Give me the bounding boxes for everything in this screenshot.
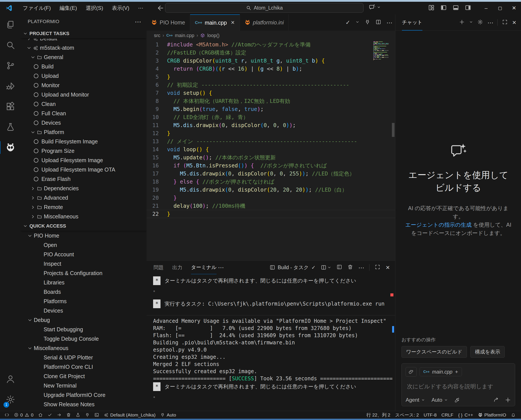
generate-agent-instructions-link[interactable]: エージェントの指示の生成	[405, 222, 472, 228]
toggle-primary-sidebar-button[interactable]	[440, 4, 447, 12]
tab-main-cpp[interactable]: C++main.cpp✕	[190, 14, 240, 30]
chat-action-close[interactable]: ✕	[512, 20, 518, 25]
tree-item-pio-account[interactable]: PIO Account	[21, 250, 146, 259]
status-pio-clean[interactable]	[64, 411, 73, 419]
editor-action-split-editor[interactable]	[375, 19, 381, 26]
tree-item-debug[interactable]: Debug	[21, 315, 146, 325]
tree-item-m5stack-atom[interactable]: m5stack-atom	[21, 43, 146, 52]
activity-item-settings-gear[interactable]: 1	[0, 389, 21, 410]
status-notifications[interactable]	[509, 411, 518, 419]
command-center-search[interactable]: Atom_Lchika	[165, 3, 364, 13]
tree-item-serial-udp-plotter[interactable]: Serial & UDP Plotter	[21, 353, 146, 362]
add-icon[interactable]	[505, 397, 511, 403]
panel-action-kebab[interactable]: ⋯	[358, 264, 364, 271]
tree-item-devices[interactable]: Devices	[21, 306, 146, 315]
chat-action-chevron-down-sm[interactable]	[469, 20, 473, 25]
menu-item[interactable]: ファイル(F)	[18, 4, 55, 12]
copilot-menu[interactable]	[369, 4, 381, 10]
tree-item-clone-git-project[interactable]: Clone Git Project	[21, 372, 146, 381]
terminal-output[interactable]: *ターミナルはタスクで再利用されます、閉じるには任意のキーを押してください。*実…	[146, 274, 395, 411]
tree-item-new-terminal[interactable]: New Terminal	[21, 381, 146, 390]
nav-back-icon[interactable]	[156, 4, 164, 12]
tree-item-libraries[interactable]: Libraries	[21, 278, 146, 287]
tree-item-projects-configuration[interactable]: Projects & Configuration	[21, 269, 146, 278]
menu-item[interactable]: 編集(E)	[55, 4, 81, 12]
status-pio-home[interactable]	[36, 411, 45, 419]
status-platformio-status[interactable]: PlatformIO	[476, 411, 509, 419]
panel-action-trash[interactable]	[347, 264, 353, 271]
tree-item-devices[interactable]: Devices	[21, 118, 146, 128]
status-pio-serial-monitor[interactable]	[83, 411, 92, 419]
run-check-icon[interactable]: ✓	[345, 19, 350, 26]
toggle-panel-button[interactable]	[452, 4, 459, 12]
status-encoding[interactable]: UTF-8	[421, 411, 439, 419]
chat-mode-picker[interactable]: Agent	[406, 397, 425, 403]
status-indentation[interactable]: スペース: 2	[393, 411, 421, 419]
tree-item-platformio-core-cli[interactable]: PlatformIO Core CLI	[21, 362, 146, 372]
panel-action-split-chevron[interactable]	[321, 265, 331, 270]
tree-item-build[interactable]: Build	[21, 62, 146, 71]
customize-layout-button[interactable]	[428, 4, 435, 12]
menu-item[interactable]: ⋯	[134, 4, 148, 12]
tree-item-dependencies[interactable]: Dependencies	[21, 184, 146, 193]
tab-platformio-ini[interactable]: platformio.ini	[240, 14, 289, 30]
tree-item-toggle-debug-console[interactable]: Toggle Debug Console	[21, 334, 146, 344]
activity-item-search[interactable]	[0, 35, 21, 55]
send-arrow-icon[interactable]	[493, 397, 499, 403]
sidebar-more-actions-icon[interactable]: ⋯	[135, 18, 141, 25]
activity-item-platformio[interactable]	[0, 137, 21, 158]
minimize-button[interactable]: –	[479, 2, 493, 14]
tree-item-program-size[interactable]: Program Size	[21, 146, 146, 156]
tree-item-upload-filesystem-image-ota[interactable]: Upload Filesystem Image OTA	[21, 165, 146, 174]
chat-action-expand[interactable]	[502, 19, 508, 26]
panel-tab-ターミナル[interactable]: ターミナル	[191, 261, 216, 274]
close-tab-icon[interactable]: ✕	[231, 20, 235, 25]
tree-item-start-debugging[interactable]: Start Debugging	[21, 325, 146, 334]
code-editor[interactable]: 1#include <M5Atom.h> //Atomのヘッダファイルを準備2/…	[146, 41, 395, 261]
context-chip-main-cpp[interactable]: C++ main.cpp +	[420, 368, 462, 376]
activity-item-extensions[interactable]	[0, 96, 21, 117]
panel-tab-出力[interactable]: 出力	[172, 261, 182, 274]
status-eol[interactable]: CRLF	[439, 411, 456, 419]
status-problems[interactable]: 00	[12, 411, 36, 419]
activity-item-files[interactable]	[0, 14, 21, 35]
tree-item-show-release-notes[interactable]: Show Release Notes	[21, 400, 146, 409]
tree-item-erase-flash[interactable]: Erase Flash	[21, 174, 146, 184]
show-config-button[interactable]: 構成を表示	[470, 346, 505, 358]
tree-item-platforms[interactable]: Platforms	[21, 297, 146, 306]
editor-action-plug[interactable]	[365, 19, 370, 26]
tree-item-general[interactable]: General	[21, 52, 146, 62]
editor-scrollbar[interactable]	[392, 123, 395, 137]
chat-input-placeholder[interactable]: 次にビルドする内容を説明します	[407, 383, 510, 390]
chat-action-settings-gear[interactable]	[477, 19, 483, 26]
tree-item-clean[interactable]: Clean	[21, 99, 146, 109]
section-header-quick-access[interactable]: QUICK ACCESS	[21, 221, 146, 231]
chat-action-plus[interactable]	[459, 19, 465, 26]
panel-action-close[interactable]: ✕	[386, 265, 391, 270]
tree-item-inspect[interactable]: Inspect	[21, 259, 146, 269]
panel-action-expand[interactable]	[375, 264, 380, 271]
close-window-button[interactable]: ✕	[507, 2, 521, 14]
panel-tab-問題[interactable]: 問題	[153, 261, 164, 274]
status-remote[interactable]	[2, 411, 12, 419]
terminal-task-selector[interactable]: Build - タスク✓	[269, 264, 315, 271]
status-pio-test[interactable]	[73, 411, 83, 419]
status-language-mode[interactable]: { }C++	[456, 411, 476, 419]
breadcrumb[interactable]: src›C++main.cpp›loop()	[146, 30, 395, 41]
tree-item-advanced[interactable]: Advanced	[21, 193, 146, 202]
tree-item-monitor[interactable]: Monitor	[21, 81, 146, 90]
tools-icon[interactable]	[454, 397, 460, 403]
tree-item-miscellaneous[interactable]: Miscellaneous	[21, 344, 146, 353]
panel-action-new-panel[interactable]	[337, 264, 342, 271]
breadcrumb-item[interactable]: src	[154, 33, 160, 38]
chat-input-card[interactable]: C++ main.cpp + 次にビルドする内容を説明します Agent Aut…	[401, 363, 515, 406]
tree-item-miscellaneous[interactable]: Miscellaneous	[21, 212, 146, 221]
toggle-secondary-sidebar-button[interactable]	[465, 4, 471, 12]
section-header-project-tasks[interactable]: PROJECT TASKS	[21, 29, 146, 38]
activity-item-testing[interactable]	[0, 117, 21, 137]
breadcrumb-item[interactable]: main.cpp	[175, 33, 194, 38]
tree-item-boards[interactable]: Boards	[21, 287, 146, 297]
tree-item-upload[interactable]: Upload	[21, 71, 146, 81]
breadcrumb-item[interactable]: loop()	[207, 33, 219, 38]
status-serial-port[interactable]: Auto	[158, 411, 178, 419]
